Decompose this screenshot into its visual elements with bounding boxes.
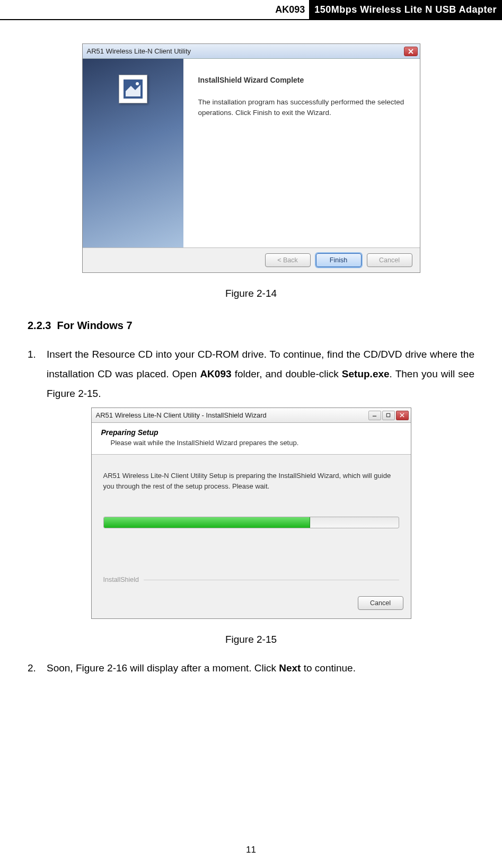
section-2-2-3-heading: 2.2.3 For Windows 7 (28, 320, 474, 332)
step-1-text: Insert the Resource CD into your CD-ROM … (47, 344, 474, 403)
dialog1-title: AR51 Wireless Lite-N Client Utility (87, 47, 191, 55)
dialog1-footer: < Back Finish Cancel (83, 247, 420, 272)
page-number: 11 (246, 845, 256, 855)
wizard-body-text: The installation program has successfull… (198, 97, 405, 119)
step-2: 2. Soon, Figure 2-16 will display after … (28, 658, 474, 678)
close-icon[interactable] (404, 47, 418, 56)
back-button[interactable]: < Back (265, 253, 311, 267)
wizard-main: InstallShield Wizard Complete The instal… (183, 59, 420, 247)
dialog2-footer: Cancel (92, 590, 411, 618)
step-1-number: 1. (28, 344, 47, 403)
dialog2-body-text: AR51 Wireless Lite-N Client Utility Setu… (103, 471, 399, 491)
header-model: AK093 (271, 4, 309, 15)
page-header: AK093 150Mbps Wireless Lite N USB Adapte… (0, 0, 502, 20)
figure-2-14-wrap: AR51 Wireless Lite-N Client Utility Inst… (28, 43, 474, 273)
preparing-setup-dialog: AR51 Wireless Lite-N Client Utility - In… (91, 408, 411, 619)
wizard-side-banner (83, 59, 183, 247)
figure-2-15-caption: Figure 2-15 (28, 634, 474, 645)
header-title: 150Mbps Wireless Lite N USB Adapter (309, 0, 502, 19)
step-2-number: 2. (28, 658, 47, 678)
cancel-button[interactable]: Cancel (367, 253, 412, 267)
step-1: 1. Insert the Resource CD into your CD-R… (28, 344, 474, 403)
maximize-icon[interactable] (382, 411, 395, 420)
wizard-complete-dialog: AR51 Wireless Lite-N Client Utility Inst… (82, 43, 420, 273)
progress-fill (104, 517, 310, 528)
installshield-label: InstallShield (103, 576, 399, 583)
dialog1-body: InstallShield Wizard Complete The instal… (83, 59, 420, 247)
step-2-text: Soon, Figure 2-16 will display after a m… (47, 658, 474, 678)
wizard-heading: InstallShield Wizard Complete (198, 76, 405, 84)
preparing-setup-subtitle: Please wait while the InstallShield Wiza… (111, 439, 401, 447)
preparing-setup-title: Preparing Setup (101, 428, 401, 437)
svg-rect-2 (386, 413, 390, 417)
section-number: 2.2.3 (28, 320, 51, 331)
dialog2-title: AR51 Wireless Lite-N Client Utility - In… (96, 411, 267, 419)
figure-2-14-caption: Figure 2-14 (28, 288, 474, 299)
minimize-icon[interactable] (368, 411, 381, 420)
dialog1-titlebar: AR51 Wireless Lite-N Client Utility (83, 44, 420, 59)
dialog2-titlebar: AR51 Wireless Lite-N Client Utility - In… (92, 408, 411, 423)
preparing-setup-header: Preparing Setup Please wait while the In… (92, 423, 411, 455)
close-icon[interactable] (396, 411, 409, 420)
finish-button[interactable]: Finish (316, 253, 362, 267)
dialog2-body: AR51 Wireless Lite-N Client Utility Setu… (92, 455, 411, 590)
figure-2-15-wrap: AR51 Wireless Lite-N Client Utility - In… (28, 408, 474, 619)
installshield-logo-icon (119, 75, 147, 103)
svg-point-1 (136, 82, 139, 85)
progress-bar (103, 517, 399, 528)
section-title: For Windows 7 (57, 320, 133, 331)
cancel-button[interactable]: Cancel (358, 596, 403, 610)
